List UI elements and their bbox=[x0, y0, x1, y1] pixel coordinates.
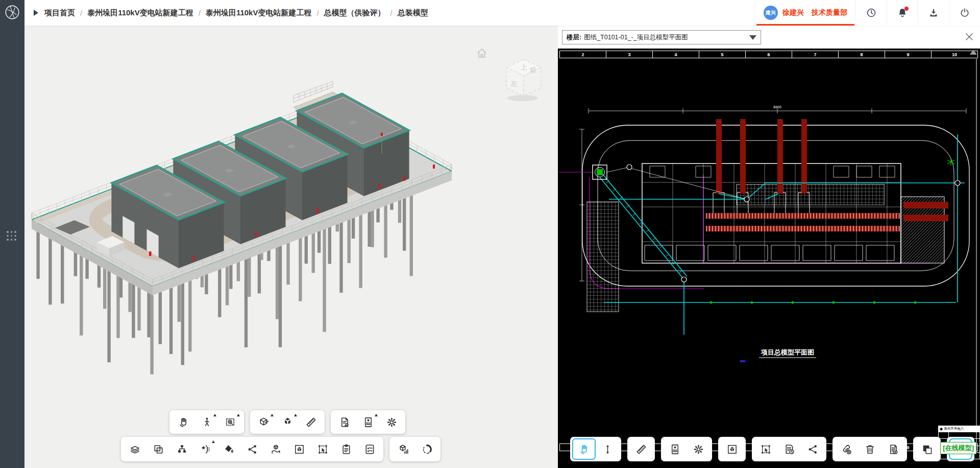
grid-number-cell: 8 bbox=[838, 51, 885, 58]
breadcrumb-separator: / bbox=[390, 9, 393, 17]
svg-text:8400: 8400 bbox=[773, 105, 781, 109]
boxed-model-button[interactable] bbox=[287, 438, 311, 460]
chevron-down-icon bbox=[749, 35, 756, 40]
notification-bell-icon[interactable] bbox=[887, 0, 918, 26]
caret-up-icon bbox=[375, 414, 378, 416]
toolbar-group bbox=[331, 410, 405, 434]
3d-viewport: 上 左 前 bbox=[24, 26, 558, 468]
breadcrumb-item[interactable]: 总装模型 bbox=[398, 8, 428, 18]
toolbar-group bbox=[250, 410, 325, 434]
level-updown-button[interactable] bbox=[596, 438, 619, 460]
avatar: 建兴 bbox=[764, 6, 778, 20]
home-view-icon[interactable] bbox=[476, 47, 488, 59]
boxed-model-button[interactable] bbox=[720, 438, 744, 460]
walk-person-button[interactable] bbox=[195, 412, 218, 432]
cad-toolbar bbox=[570, 437, 974, 461]
doc-preview-button[interactable] bbox=[881, 438, 905, 460]
markup-doc-button[interactable] bbox=[333, 412, 356, 432]
cad-drawing-title: 项目总模型平面图 bbox=[761, 348, 814, 356]
breadcrumb-item[interactable]: 总模型（供验评） bbox=[324, 8, 385, 18]
delete-trash-button[interactable] bbox=[858, 438, 881, 460]
measure-ruler-button[interactable] bbox=[629, 438, 653, 460]
paint-pour-button[interactable] bbox=[217, 438, 240, 460]
caret-up-icon bbox=[294, 414, 297, 416]
model-layers-button[interactable] bbox=[123, 438, 146, 460]
topbar-actions: 建兴 徐建兴 技术质量部 bbox=[755, 0, 980, 26]
notification-badge bbox=[904, 7, 909, 11]
toolbar-group bbox=[570, 437, 621, 461]
hold-model-button[interactable] bbox=[264, 438, 287, 460]
settings-gear-button[interactable] bbox=[687, 438, 710, 460]
overlap-squares-button[interactable] bbox=[146, 438, 170, 460]
cad-panel-header: 楼层: 图纸_T0101-01_-_项目总模型平面图 bbox=[558, 26, 980, 49]
display-settings-button[interactable] bbox=[356, 412, 380, 432]
section-box-button[interactable] bbox=[252, 412, 276, 432]
breadcrumb-separator: / bbox=[199, 9, 201, 17]
issue-clipboard-button[interactable] bbox=[334, 438, 358, 460]
floor-select-dropdown[interactable]: 楼层: 图纸_T0101-01_-_项目总模型平面图 bbox=[562, 30, 761, 44]
grid-number-cell: 7 bbox=[792, 51, 839, 58]
cad-panel: 楼层: 图纸_T0101-01_-_项目总模型平面图 2345678910 bbox=[558, 26, 980, 468]
measure-ruler-button[interactable] bbox=[299, 412, 323, 432]
settings-gear-button[interactable] bbox=[380, 412, 403, 432]
app-sidebar bbox=[0, 0, 24, 468]
download-icon[interactable] bbox=[918, 0, 949, 26]
breadcrumb-item[interactable]: 泰州垛田110kV变电站新建工程 bbox=[206, 8, 312, 18]
share-nodes-button[interactable] bbox=[240, 438, 264, 460]
doc-history-button[interactable] bbox=[777, 438, 801, 460]
cad-grid-strip-top: 2345678910 bbox=[560, 51, 978, 58]
breadcrumb-caret-icon bbox=[34, 10, 38, 16]
link-add-button[interactable] bbox=[835, 438, 858, 460]
close-icon[interactable] bbox=[964, 31, 975, 42]
display-settings-button[interactable] bbox=[663, 438, 687, 460]
apps-grid-icon[interactable] bbox=[7, 231, 16, 241]
grid-number-cell: 2 bbox=[559, 51, 606, 58]
zoom-window-button[interactable] bbox=[218, 412, 242, 432]
select-region-button[interactable] bbox=[754, 438, 777, 460]
app-logo-icon[interactable] bbox=[4, 4, 21, 21]
grid-number-cell: 4 bbox=[652, 51, 699, 58]
svg-text:前: 前 bbox=[530, 66, 536, 75]
toolbar-group bbox=[169, 410, 244, 434]
3d-toolbar-secondary bbox=[121, 437, 440, 461]
appearance-star-button[interactable] bbox=[193, 438, 217, 460]
select-region-button[interactable] bbox=[311, 438, 334, 460]
toolbar-group bbox=[661, 437, 712, 461]
pan-hand-button[interactable] bbox=[572, 438, 596, 460]
model-stats-button[interactable] bbox=[391, 438, 415, 460]
user-department: 技术质量部 bbox=[812, 8, 847, 17]
caret-up-icon bbox=[271, 414, 274, 416]
view-cube[interactable]: 上 左 前 bbox=[499, 55, 548, 104]
breadcrumb-item[interactable]: 项目首页 bbox=[44, 8, 75, 18]
share-nodes-button[interactable] bbox=[801, 438, 824, 460]
floor-select-value: 图纸_T0101-01_-_项目总模型平面图 bbox=[584, 33, 688, 42]
checklist-form-button[interactable] bbox=[358, 438, 381, 460]
breadcrumb: 项目首页/泰州垛田110kV变电站新建工程/泰州垛田110kV变电站新建工程/总… bbox=[44, 8, 428, 18]
structure-tree-button[interactable] bbox=[170, 438, 193, 460]
svg-text:左: 左 bbox=[511, 80, 518, 88]
pan-hand-button[interactable] bbox=[172, 412, 195, 432]
grid-number-cell: 3 bbox=[606, 51, 653, 58]
grid-number-cell: 5 bbox=[699, 51, 746, 58]
progress-ring-button[interactable] bbox=[415, 438, 438, 460]
compare-overlap-button[interactable] bbox=[915, 438, 939, 460]
cad-drawing-canvas[interactable]: 8400 bbox=[558, 49, 980, 468]
user-block[interactable]: 建兴 徐建兴 技术质量部 bbox=[755, 0, 855, 26]
power-icon[interactable] bbox=[949, 0, 980, 26]
top-bar: 项目首页/泰州垛田110kV变电站新建工程/泰州垛田110kV变电站新建工程/总… bbox=[24, 0, 980, 26]
history-clock-icon[interactable] bbox=[855, 0, 887, 26]
titleblock-logo-icon: ◆ bbox=[940, 427, 943, 431]
toolbar-group bbox=[752, 437, 826, 461]
toolbar-group bbox=[913, 437, 941, 461]
toolbar-group bbox=[832, 437, 907, 461]
3d-toolbar-primary bbox=[169, 410, 405, 434]
axon-cube-button[interactable] bbox=[276, 412, 299, 432]
3d-model-canvas[interactable] bbox=[24, 26, 558, 468]
breadcrumb-item[interactable]: 泰州垛田110kV变电站新建工程 bbox=[87, 8, 193, 18]
toolbar-group bbox=[389, 437, 440, 461]
caret-up-icon bbox=[213, 414, 216, 416]
scroll-up-icon[interactable] bbox=[970, 50, 977, 55]
user-name: 徐建兴 bbox=[782, 8, 804, 17]
grid-number-cell: 9 bbox=[885, 51, 932, 58]
toolbar-group bbox=[121, 437, 383, 461]
